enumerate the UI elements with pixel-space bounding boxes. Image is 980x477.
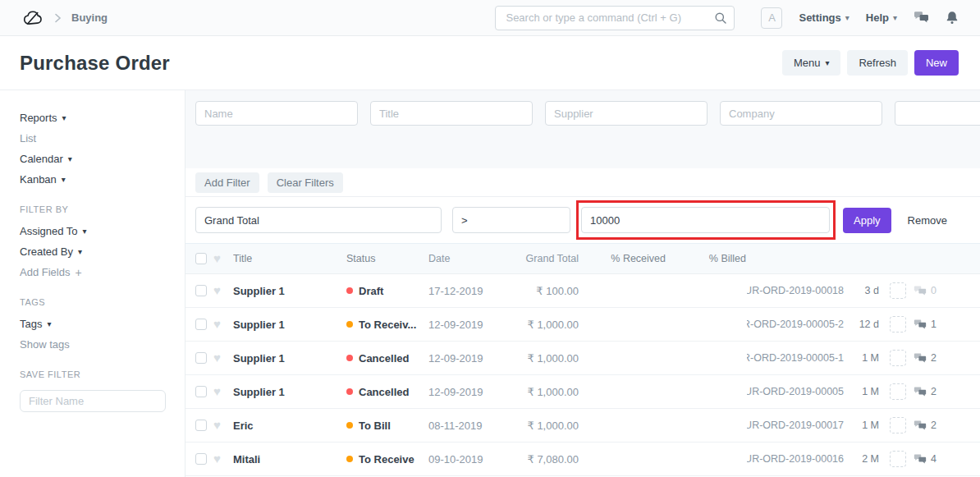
like-heart-icon[interactable]: ♥ xyxy=(213,351,221,365)
table-row[interactable]: ♥ Mitali To Receive 09-10-2019 ₹ 7,080.0… xyxy=(185,443,980,476)
assign-placeholder[interactable] xyxy=(890,383,906,400)
row-modified-age: 1 M xyxy=(849,420,879,431)
row-title-link[interactable]: Supplier 1 xyxy=(233,352,285,365)
row-title-link[interactable]: Supplier 1 xyxy=(233,386,285,398)
like-heart-icon[interactable]: ♥ xyxy=(213,317,221,331)
like-heart-icon[interactable]: ♥ xyxy=(213,384,221,398)
clear-filters-button[interactable]: Clear Filters xyxy=(268,172,343,193)
sidebar-item-list[interactable]: List xyxy=(20,132,170,145)
table-row[interactable]: ♥ Supplier 1 Draft 17-12-2019 ₹ 100.00 P… xyxy=(185,274,980,308)
like-heart-icon[interactable]: ♥ xyxy=(213,283,221,297)
status-label: To Receiv... xyxy=(359,319,416,331)
row-date: 17-12-2019 xyxy=(428,285,497,297)
chevron-down-icon: ▾ xyxy=(83,227,87,236)
filter-extra-field-1[interactable] xyxy=(895,101,980,126)
filter-by-heading: FILTER BY xyxy=(20,204,170,214)
help-menu[interactable]: Help ▾ xyxy=(866,11,897,24)
row-title-link[interactable]: Eric xyxy=(233,420,254,432)
row-document-id: PUR-ORD-2019-00005-1 xyxy=(747,352,844,364)
sidebar-item-add-fields[interactable]: Add Fields + xyxy=(20,266,170,279)
sidebar-item-show-tags[interactable]: Show tags xyxy=(20,338,170,351)
row-checkbox[interactable] xyxy=(195,386,207,397)
assign-placeholder[interactable] xyxy=(890,316,906,333)
filter-name-input[interactable] xyxy=(20,390,166,412)
assign-placeholder[interactable] xyxy=(890,350,906,366)
table-header-row: ♥ Title Status Date Grand Total % Receiv… xyxy=(185,244,980,274)
table-row[interactable]: ♥ Supplier 1 Cancelled 12-09-2019 ₹ 1,00… xyxy=(185,375,980,409)
row-checkbox[interactable] xyxy=(195,285,207,296)
notifications-bell-icon[interactable] xyxy=(946,11,959,25)
status-label: To Bill xyxy=(359,420,391,432)
row-modified-age: 3 d xyxy=(849,285,879,296)
sidebar-item-kanban[interactable]: Kanban ▾ xyxy=(20,173,170,186)
settings-menu[interactable]: Settings ▾ xyxy=(799,11,849,24)
comments-icon xyxy=(914,420,927,431)
row-title-link[interactable]: Mitali xyxy=(233,453,260,466)
apply-filter-button[interactable]: Apply xyxy=(843,208,891,233)
chat-icon[interactable] xyxy=(914,11,929,24)
add-filter-button[interactable]: Add Filter xyxy=(195,172,259,193)
user-avatar[interactable]: A xyxy=(761,7,782,29)
remove-filter-button[interactable]: Remove xyxy=(908,214,947,227)
table-row[interactable]: ♥ Eric To Bill 08-11-2019 ₹ 1,000.00 PUR… xyxy=(185,409,980,443)
status-dot xyxy=(346,388,353,395)
new-button[interactable]: New xyxy=(914,50,959,76)
assign-placeholder[interactable] xyxy=(890,282,906,299)
like-heart-icon[interactable]: ♥ xyxy=(213,452,221,466)
column-billed: % Billed xyxy=(674,253,746,264)
table-row[interactable]: ♥ Supplier 1 To Receiv... 12-09-2019 ₹ 1… xyxy=(185,308,980,342)
row-document-id: PUR-ORD-2019-00017 xyxy=(747,420,844,431)
row-checkbox[interactable] xyxy=(195,319,207,330)
comments-icon xyxy=(914,286,927,296)
column-title: Title xyxy=(233,253,346,264)
app-logo-icon[interactable] xyxy=(23,10,44,26)
chevron-down-icon: ▾ xyxy=(893,14,897,22)
row-title-link[interactable]: Supplier 1 xyxy=(233,285,285,297)
global-search-input[interactable] xyxy=(495,6,735,30)
sidebar-item-assigned-to[interactable]: Assigned To ▾ xyxy=(20,225,170,238)
page-title: Purchase Order xyxy=(20,52,170,75)
status-dot xyxy=(346,287,353,294)
select-all-checkbox[interactable] xyxy=(195,253,207,264)
breadcrumb-buying[interactable]: Buying xyxy=(71,11,108,24)
comment-count: 4 xyxy=(914,453,936,465)
filter-fieldname-input[interactable] xyxy=(195,207,442,233)
comment-count: 1 xyxy=(914,319,936,330)
row-document-id: PUR-ORD-2019-00018 xyxy=(747,285,844,296)
assign-placeholder[interactable] xyxy=(890,417,906,433)
filter-company-field[interactable] xyxy=(720,101,882,126)
sidebar-item-created-by[interactable]: Created By ▾ xyxy=(20,245,170,259)
sidebar-item-reports[interactable]: Reports ▾ xyxy=(20,112,170,125)
comments-icon xyxy=(914,319,927,330)
row-modified-age: 1 M xyxy=(849,386,879,397)
list-toolbar: Add Filter Clear Filters Last Modified O… xyxy=(185,168,980,197)
menu-button[interactable]: Menu ▾ xyxy=(782,50,841,76)
filter-value-input[interactable] xyxy=(581,207,830,233)
top-navbar: Buying A Settings ▾ Help ▾ xyxy=(0,0,980,36)
sidebar-item-tags[interactable]: Tags ▾ xyxy=(20,318,170,331)
row-title-link[interactable]: Supplier 1 xyxy=(233,319,285,331)
chevron-down-icon: ▾ xyxy=(78,248,82,256)
sidebar-item-calendar[interactable]: Calendar ▾ xyxy=(20,153,170,166)
row-modified-age: 1 M xyxy=(849,352,879,364)
filter-title-field[interactable] xyxy=(370,101,533,126)
filter-operator-input[interactable] xyxy=(452,207,570,233)
comments-icon xyxy=(914,454,927,465)
row-checkbox[interactable] xyxy=(195,420,207,431)
row-checkbox[interactable] xyxy=(195,352,207,364)
table-row[interactable]: ♥ Supplier 1 Cancelled 12-09-2019 ₹ 1,00… xyxy=(185,342,980,375)
like-heart-icon[interactable]: ♥ xyxy=(213,418,221,432)
refresh-button[interactable]: Refresh xyxy=(847,50,908,76)
chevron-down-icon: ▾ xyxy=(62,114,66,122)
assign-placeholder[interactable] xyxy=(890,451,906,467)
like-filter-heart-icon[interactable]: ♥ xyxy=(213,251,221,265)
row-grand-total: ₹ 1,000.00 xyxy=(497,352,579,365)
filter-name-field[interactable] xyxy=(195,101,358,126)
row-document-id: PUR-ORD-2019-00016 xyxy=(747,453,844,465)
filter-supplier-field[interactable] xyxy=(545,101,708,126)
status-label: Cancelled xyxy=(359,352,409,365)
row-document-id: PUR-ORD-2019-00005 xyxy=(747,386,844,397)
row-date: 08-11-2019 xyxy=(428,420,497,432)
row-checkbox[interactable] xyxy=(195,453,207,465)
comment-count: 2 xyxy=(914,352,936,364)
